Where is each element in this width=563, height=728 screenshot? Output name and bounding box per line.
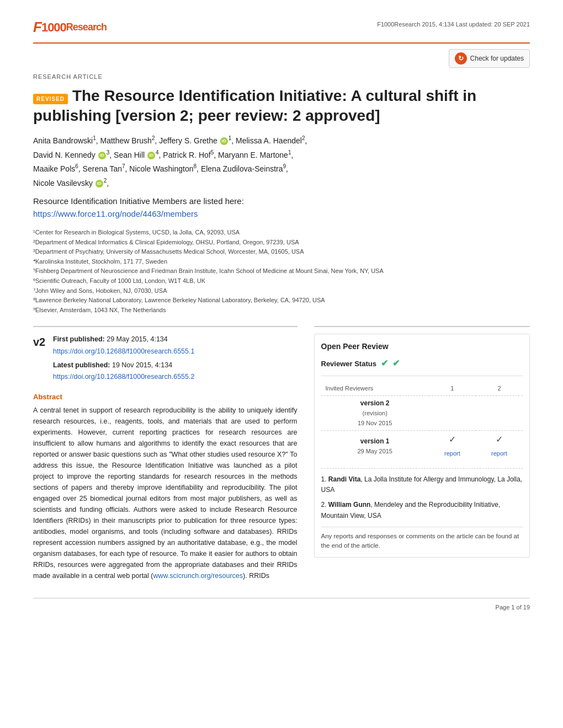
author-bandrowski: Anita Bandrowski bbox=[33, 136, 93, 145]
author-martone: Maryann E. Martone bbox=[218, 150, 288, 159]
authors-section: Anita Bandrowski1, Matthew Brush2, Jeffe… bbox=[33, 133, 530, 190]
abstract-section: Abstract A central tenet in support of r… bbox=[33, 392, 298, 581]
orcid-icon-vasilevsky: iD bbox=[95, 180, 103, 188]
page-container: F1000Research F1000Research 2015, 4:134 … bbox=[0, 0, 563, 728]
peer-review-box: Open Peer Review Reviewer Status ✔ ✔ Inv… bbox=[314, 334, 530, 558]
first-published-date: 29 May 2015, 4:134 bbox=[107, 335, 168, 343]
reviewer-status-row: Reviewer Status ✔ ✔ bbox=[321, 357, 523, 376]
latest-published-label: Latest published: bbox=[53, 361, 110, 369]
author-zudilova: Elena Zudilova-Seinstra bbox=[201, 164, 283, 173]
v1-check1: ✓ report bbox=[429, 430, 476, 462]
version1-date: 29 May 2015 bbox=[357, 448, 392, 454]
latest-published-doi[interactable]: https://doi.org/10.12688/f1000research.6… bbox=[53, 373, 194, 381]
logo-f: F bbox=[33, 17, 41, 38]
version-info-text: First published: 29 May 2015, 4:134 http… bbox=[53, 334, 194, 357]
abstract-title: Abstract bbox=[33, 392, 298, 403]
any-reports: Any reports and responses or comments on… bbox=[321, 527, 523, 551]
right-column: Open Peer Review Reviewer Status ✔ ✔ Inv… bbox=[314, 326, 530, 581]
v1-checkmark-2: ✓ bbox=[480, 433, 518, 446]
page-header: F1000Research F1000Research 2015, 4:134 … bbox=[33, 17, 530, 44]
v2-col2 bbox=[476, 395, 523, 430]
reviewer2-item: 2. William Gunn, Mendeley and the Reprod… bbox=[321, 500, 523, 521]
header-meta: F1000Research 2015, 4:134 Last updated: … bbox=[377, 17, 530, 29]
scicrunch-link[interactable]: www.scicrunch.org/resources bbox=[153, 572, 243, 580]
reviewer2-number: 2. bbox=[321, 501, 327, 508]
col1-header: 1 bbox=[429, 382, 476, 395]
reviewers-table: Invited Reviewers 1 2 version 2 (revisio… bbox=[321, 382, 523, 462]
affiliation-1: ¹Center for Research in Biological Syste… bbox=[33, 228, 530, 238]
version2-row: version 2 (revision) 19 Nov 2015 bbox=[321, 395, 523, 430]
v1-report1-link[interactable]: report bbox=[444, 450, 460, 457]
affiliation-9: ⁹Elsevier, Amsterdam, 1043 NX, The Nethe… bbox=[33, 306, 530, 315]
v2-badge: v2 bbox=[33, 334, 49, 350]
abstract-text-part2: ). RRIDs bbox=[243, 572, 269, 580]
two-column-section: v2 First published: 29 May 2015, 4:134 h… bbox=[33, 326, 530, 581]
first-published-doi[interactable]: https://doi.org/10.12688/f1000research.6… bbox=[53, 347, 194, 355]
affiliations-section: ¹Center for Research in Biological Syste… bbox=[33, 228, 530, 315]
v2-col1 bbox=[429, 395, 476, 430]
version2-date: 19 Nov 2015 bbox=[358, 420, 392, 426]
affiliation-2: ²Department of Medical Informatics & Cli… bbox=[33, 238, 530, 248]
latest-published-info: Latest published: 19 Nov 2015, 4:134 htt… bbox=[53, 360, 298, 383]
reviewer-status-label: Reviewer Status bbox=[321, 358, 376, 370]
check-updates-button[interactable]: ↻ Check for updates bbox=[449, 49, 530, 68]
reviewer1-name: Randi Vita bbox=[328, 475, 360, 483]
left-column: v2 First published: 29 May 2015, 4:134 h… bbox=[33, 326, 298, 581]
check-updates-container: ↻ Check for updates bbox=[33, 49, 530, 68]
orcid-icon-grethe: iD bbox=[220, 137, 228, 145]
invited-reviewers-header: Invited Reviewers bbox=[321, 382, 429, 395]
reviewer-details: 1. Randi Vita, La Jolla Institute for Al… bbox=[321, 468, 523, 521]
version1-label: version 1 bbox=[360, 437, 390, 445]
open-peer-review-title: Open Peer Review bbox=[321, 341, 523, 352]
version-box: v2 First published: 29 May 2015, 4:134 h… bbox=[33, 334, 298, 383]
author-grethe: Jeffery S. Grethe bbox=[159, 136, 217, 145]
revised-badge: REVISED bbox=[33, 94, 68, 104]
col2-header: 2 bbox=[476, 382, 523, 395]
affiliation-4: ⁴Karolinska Institutet, Stockholm, 171 7… bbox=[33, 257, 530, 267]
rii-link[interactable]: https://www.force11.org/node/4463/member… bbox=[33, 209, 198, 218]
version2-sub: (revision) bbox=[363, 410, 387, 416]
affiliation-6: ⁶Scientific Outreach, Faculty of 1000 Lt… bbox=[33, 276, 530, 286]
abstract-text-part1: A central tenet in support of research r… bbox=[33, 406, 298, 580]
logo-1000: 1000 bbox=[41, 18, 66, 36]
title-section: REVISEDThe Resource Identification Initi… bbox=[33, 86, 530, 126]
author-tan: Serena Tan bbox=[83, 164, 122, 173]
first-published-label: First published: bbox=[53, 335, 105, 343]
v1-check2: ✓ report bbox=[476, 430, 523, 462]
article-title: The Resource Identification Initiative: … bbox=[33, 87, 476, 124]
author-vasilevsky: Nicole Vasilevsky bbox=[33, 178, 93, 187]
rii-line1: Resource Identification Initiative Membe… bbox=[33, 196, 244, 206]
affiliation-3: ³Department of Psychiatry, University of… bbox=[33, 247, 530, 257]
section-label: RESEARCH ARTICLE bbox=[33, 72, 530, 82]
v1-checkmark-1: ✓ bbox=[433, 433, 471, 446]
affiliation-5: ⁵Fishberg Department of Neuroscience and… bbox=[33, 266, 530, 276]
author-hill: Sean Hill bbox=[114, 150, 145, 159]
affiliation-7: ⁷John Wiley and Sons, Hoboken, NJ, 07030… bbox=[33, 286, 530, 296]
updates-icon: ↻ bbox=[455, 52, 467, 65]
orcid-icon-hill: iD bbox=[147, 152, 155, 159]
reviewer1-number: 1. bbox=[321, 475, 327, 483]
version2-label: version 2 bbox=[360, 399, 390, 407]
reviewer1-item: 1. Randi Vita, La Jolla Institute for Al… bbox=[321, 474, 523, 495]
author-kennedy: David N. Kennedy bbox=[33, 150, 95, 159]
page-footer: Page 1 of 19 bbox=[33, 598, 530, 612]
author-pols: Maaike Pols bbox=[33, 164, 75, 173]
version1-row: version 1 29 May 2015 ✓ report ✓ report bbox=[321, 430, 523, 462]
author-brush: Matthew Brush bbox=[100, 136, 152, 145]
logo-research: Research bbox=[66, 20, 107, 35]
author-haendel: Melissa A. Haendel bbox=[236, 136, 302, 145]
reviewer2-name: William Gunn bbox=[328, 501, 371, 508]
reviewer-status-checks: ✔ bbox=[381, 357, 388, 370]
version-v2-row: v2 First published: 29 May 2015, 4:134 h… bbox=[33, 334, 298, 357]
abstract-text: A central tenet in support of research r… bbox=[33, 405, 298, 581]
affiliation-8: ⁸Lawrence Berkeley National Laboratory, … bbox=[33, 296, 530, 306]
journal-logo: F1000Research bbox=[33, 17, 107, 38]
orcid-icon-kennedy: iD bbox=[98, 152, 106, 159]
latest-published-date: 19 Nov 2015, 4:134 bbox=[112, 361, 172, 369]
author-hof: Patrick R. Hof bbox=[163, 150, 210, 159]
v1-report2-link[interactable]: report bbox=[491, 450, 507, 457]
check-updates-label: Check for updates bbox=[470, 55, 524, 62]
reviewer-status-checks-2: ✔ bbox=[392, 357, 400, 370]
author-washington: Nicole Washington bbox=[129, 164, 193, 173]
rii-members: Resource Identification Initiative Membe… bbox=[33, 195, 530, 220]
